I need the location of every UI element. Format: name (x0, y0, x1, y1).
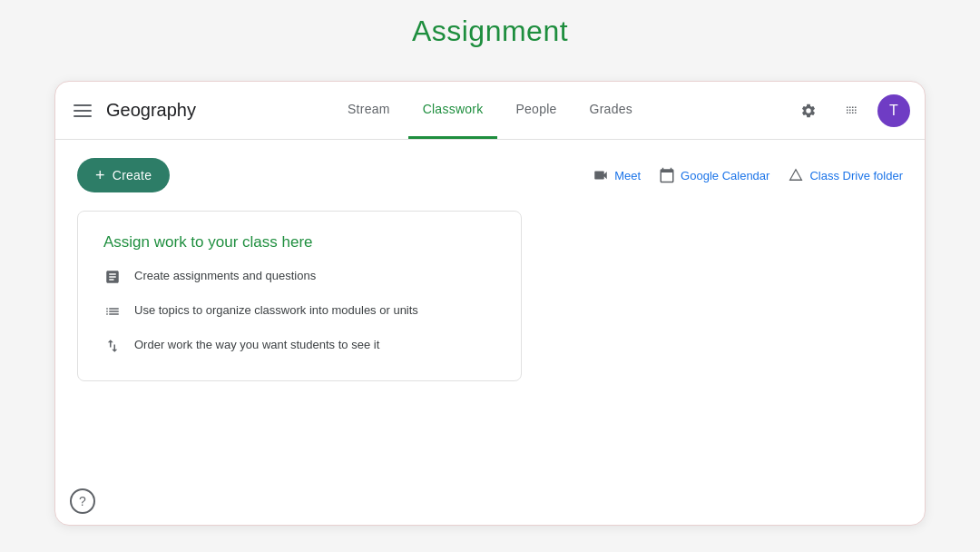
tab-stream[interactable]: Stream (333, 82, 405, 139)
calendar-label: Google Calendar (681, 169, 769, 182)
gear-icon (800, 103, 817, 119)
apps-icon (844, 103, 860, 119)
meet-icon (593, 167, 609, 183)
toolbar-links: Meet Google Calendar Class Drive folder (593, 167, 903, 183)
card-title: Assign work to your class here (103, 233, 495, 251)
card-item-order: Order work the way you want students to … (103, 337, 495, 359)
nav-left: Geography (70, 100, 215, 121)
page-title: Assignment (412, 15, 568, 48)
toolbar: + Create Meet Google Calendar (77, 158, 903, 192)
device-frame: Geography Stream Classwork People Grades (54, 81, 926, 526)
tab-grades[interactable]: Grades (575, 82, 647, 139)
plus-icon: + (95, 167, 105, 183)
meet-link[interactable]: Meet (593, 167, 641, 183)
calendar-icon (659, 167, 675, 183)
card-item-topics: Use topics to organize classwork into mo… (103, 302, 495, 324)
create-button[interactable]: + Create (77, 158, 170, 192)
assignment-text: Create assignments and questions (134, 268, 316, 284)
order-icon (103, 338, 122, 359)
meet-label: Meet (614, 169, 641, 182)
settings-button[interactable] (790, 93, 827, 129)
top-nav: Geography Stream Classwork People Grades (55, 82, 925, 140)
drive-link[interactable]: Class Drive folder (788, 167, 903, 183)
avatar[interactable]: T (877, 94, 910, 127)
drive-icon (788, 167, 804, 183)
tab-people[interactable]: People (501, 82, 571, 139)
help-button[interactable]: ? (70, 488, 95, 514)
topics-text: Use topics to organize classwork into mo… (134, 302, 418, 319)
content-area: + Create Meet Google Calendar (55, 140, 925, 399)
create-label: Create (113, 168, 152, 182)
calendar-link[interactable]: Google Calendar (659, 167, 769, 183)
bottom-bar: ? (70, 488, 95, 514)
hamburger-menu-icon[interactable] (70, 101, 95, 121)
nav-right: T (790, 93, 910, 129)
tab-classwork[interactable]: Classwork (408, 82, 498, 139)
card-item-assignments: Create assignments and questions (103, 268, 495, 290)
assignment-icon (103, 269, 122, 290)
nav-tabs: Stream Classwork People Grades (333, 82, 647, 139)
classwork-card: Assign work to your class here Create as… (77, 211, 522, 381)
class-name: Geography (106, 100, 196, 121)
apps-button[interactable] (834, 93, 870, 129)
order-text: Order work the way you want students to … (134, 337, 379, 353)
drive-label: Class Drive folder (809, 169, 903, 182)
topics-icon (103, 303, 122, 324)
